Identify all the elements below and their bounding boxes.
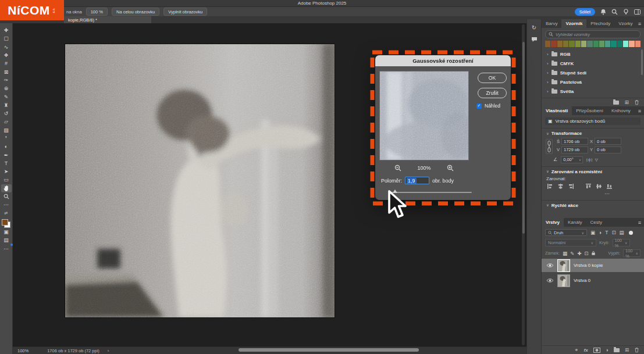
color-swatch[interactable] — [581, 41, 586, 47]
tab-cesty[interactable]: Cesty — [586, 218, 606, 227]
panel-menu-icon[interactable]: ≡ — [638, 106, 641, 115]
color-swatch[interactable] — [623, 41, 628, 47]
eyedropper-tool-icon[interactable]: ✑ — [1, 76, 12, 84]
zoom-tool-icon[interactable] — [1, 192, 12, 201]
discover-lightbulb-icon[interactable] — [623, 9, 629, 15]
canvas-image[interactable] — [65, 44, 335, 317]
lock-position-icon[interactable]: ✚ — [577, 251, 581, 256]
fill-screen-button[interactable]: Vyplnit obrazovku — [163, 8, 207, 16]
layer-row-selected[interactable]: Vrstva 0 kopie — [542, 259, 644, 272]
dodge-tool-icon[interactable]: ◐ — [1, 142, 12, 151]
status-chevron-icon[interactable]: › — [108, 348, 109, 353]
align-left-icon[interactable] — [547, 184, 553, 189]
align-center-vertical-icon[interactable] — [596, 184, 602, 189]
link-dimensions-icon[interactable] — [546, 139, 553, 154]
actual-pixels-button[interactable]: 100 % — [86, 8, 108, 16]
shape-tool-icon[interactable]: ▭ — [1, 176, 12, 184]
color-swatch[interactable] — [557, 41, 563, 47]
filter-toggle-icon[interactable] — [629, 231, 633, 235]
layer-filter-type-select[interactable]: Druh ∨ — [545, 229, 587, 236]
clone-stamp-tool-icon[interactable]: ♜ — [1, 101, 12, 109]
share-button[interactable]: Sdílet — [575, 8, 595, 16]
gradient-tool-icon[interactable]: ▨ — [1, 126, 12, 134]
y-field[interactable]: 0 ob — [595, 146, 621, 153]
horizontal-scrollbar-thumb[interactable] — [239, 348, 419, 352]
quick-actions-section-header[interactable]: ∨ Rychlé akce — [542, 200, 644, 208]
document-tab[interactable]: kopie,RGB/8) * — [64, 16, 151, 23]
align-center-horizontal-icon[interactable] — [558, 184, 563, 189]
color-swatch[interactable] — [569, 41, 574, 47]
crop-tool-icon[interactable]: # — [1, 59, 12, 67]
foreground-background-colors[interactable] — [2, 219, 10, 228]
preview-checkbox[interactable]: ✓ — [476, 103, 482, 109]
marquee-tool-icon[interactable]: ▢ — [1, 34, 12, 42]
eraser-tool-icon[interactable]: ▱ — [1, 117, 12, 126]
delete-layer-icon[interactable] — [634, 347, 639, 353]
new-group-icon[interactable] — [613, 101, 619, 105]
radius-slider-track[interactable] — [390, 192, 472, 193]
x-field[interactable]: 0 ob — [595, 138, 621, 145]
adjustment-layer-icon[interactable]: ◑ — [606, 347, 609, 353]
visibility-eye-icon[interactable] — [546, 263, 554, 268]
vertical-scrollbar[interactable] — [522, 24, 525, 345]
transform-section-header[interactable]: ∨ Transformace — [542, 128, 644, 136]
tab-vlastnosti[interactable]: Vlastnosti — [542, 106, 572, 115]
color-swatch[interactable] — [575, 41, 581, 47]
new-layer-icon[interactable]: ⊞ — [625, 347, 629, 353]
tab-vzorky[interactable]: Vzorky — [614, 19, 636, 28]
lasso-tool-icon[interactable]: ∿ — [1, 43, 12, 51]
color-swatch[interactable] — [605, 41, 610, 47]
status-zoom-level[interactable]: 100% — [17, 348, 29, 353]
filter-pixel-layers-icon[interactable]: ▣ — [590, 230, 595, 235]
workspace-icon[interactable] — [634, 9, 641, 15]
filter-shape-layers-icon[interactable]: ⊡ — [611, 230, 615, 235]
history-panel-icon[interactable]: ↻ — [532, 24, 536, 31]
width-field[interactable]: 1706 ob — [561, 138, 588, 145]
history-brush-tool-icon[interactable]: ↺ — [1, 109, 12, 117]
hand-tool-icon[interactable] — [1, 184, 12, 192]
lock-all-icon[interactable] — [591, 251, 596, 256]
swatch-search-input[interactable]: Vyhledat vzorníky — [545, 30, 641, 38]
fit-screen-button[interactable]: Na celou obrazovku — [112, 8, 159, 16]
color-swatch[interactable] — [563, 41, 568, 47]
type-tool-icon[interactable]: T — [1, 159, 12, 167]
swatch-folder-rgb[interactable]: › RGB — [542, 49, 644, 59]
angle-field[interactable]: 0,00° ∨ — [561, 156, 583, 163]
filter-adjustment-layers-icon[interactable]: ◑ — [599, 230, 602, 235]
panel-menu-icon[interactable]: ≡ — [638, 19, 641, 28]
vertical-scrollbar-thumb[interactable] — [522, 42, 525, 234]
fill-field[interactable]: 100 % ∨ — [623, 249, 641, 257]
opacity-field[interactable]: 100 % ∨ — [613, 239, 630, 246]
object-selection-tool-icon[interactable]: ❖ — [1, 51, 12, 59]
path-selection-tool-icon[interactable]: ➤ — [1, 167, 12, 176]
link-layers-icon[interactable]: ⚭ — [574, 347, 578, 353]
brush-tool-icon[interactable]: ✎ — [1, 92, 12, 101]
lock-transparency-icon[interactable]: ▦ — [563, 251, 567, 256]
new-group-icon[interactable] — [614, 348, 620, 352]
align-right-icon[interactable] — [568, 184, 574, 189]
color-swatch[interactable] — [611, 41, 616, 47]
radius-slider-handle[interactable] — [393, 189, 397, 193]
new-swatch-icon[interactable]: ⊞ — [624, 99, 629, 105]
blur-preview-image[interactable] — [379, 71, 469, 160]
flip-vertical-icon[interactable]: ▽ — [595, 158, 597, 162]
tab-barvy[interactable]: Barvy — [542, 19, 561, 28]
blend-mode-select[interactable]: Normální ∨ — [545, 239, 596, 246]
color-swatch[interactable] — [617, 41, 622, 47]
color-swatch[interactable] — [599, 41, 604, 47]
tab-prizpusobeni[interactable]: Přizpůsobení — [572, 106, 607, 115]
dialog-title[interactable]: Gaussovské rozostření — [375, 55, 511, 66]
height-field[interactable]: 1729 ob — [561, 146, 588, 153]
swatch-folder-pastel[interactable]: › Pastelová — [542, 77, 644, 87]
color-swatch[interactable] — [545, 41, 550, 47]
ok-button[interactable]: OK — [478, 73, 507, 83]
align-bottom-icon[interactable] — [607, 184, 612, 189]
swatches-scrollbar-thumb[interactable] — [641, 49, 643, 75]
color-swatch[interactable] — [635, 41, 641, 47]
blur-tool-icon[interactable]: ❜ — [1, 134, 12, 142]
comments-panel-icon[interactable] — [531, 37, 538, 42]
tab-knihovny[interactable]: Knihovny — [607, 106, 635, 115]
filter-smart-objects-icon[interactable]: ▤ — [620, 230, 624, 235]
tab-kanaly[interactable]: Kanály — [564, 218, 586, 227]
lock-paint-icon[interactable]: ✎ — [570, 251, 574, 256]
